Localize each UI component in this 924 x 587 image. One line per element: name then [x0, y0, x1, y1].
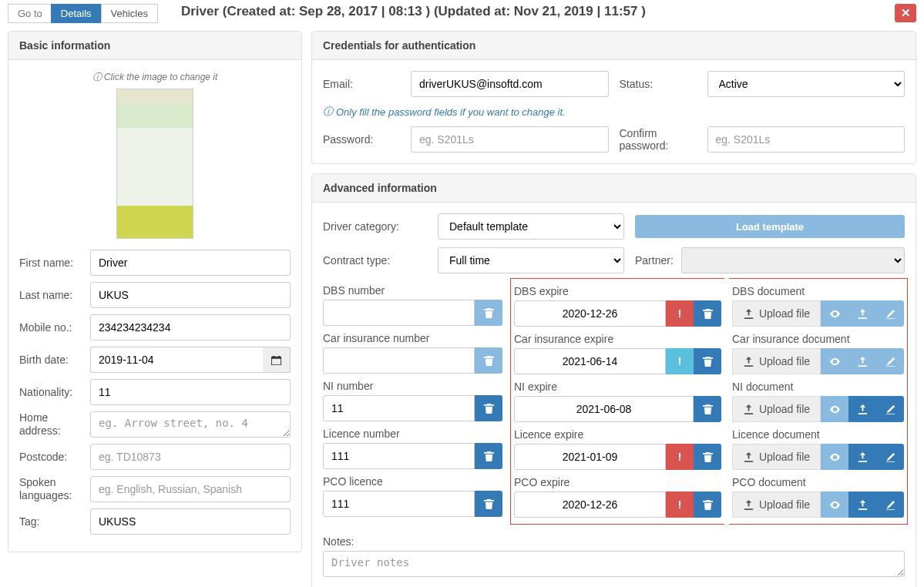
status-select[interactable]: Active: [707, 71, 906, 97]
edit-icon[interactable]: [876, 396, 904, 422]
info-icon: ⓘ: [323, 105, 333, 119]
ni-upload-button[interactable]: Upload file: [732, 396, 821, 422]
eye-icon[interactable]: [821, 444, 848, 470]
status-label: Status:: [620, 78, 697, 90]
last-name-label: Last name:: [19, 289, 90, 302]
trash-icon[interactable]: [694, 491, 721, 518]
car-upload-button[interactable]: Upload file: [732, 348, 821, 374]
lic-num-label: Licence number: [323, 428, 502, 440]
home-input[interactable]: [90, 411, 291, 438]
pco-num-label: PCO licence: [323, 475, 502, 488]
warning-icon[interactable]: !: [666, 444, 694, 470]
ni-doc-label: NI document: [732, 381, 904, 393]
panel-basic: Basic information ⓘ Click the image to c…: [8, 31, 302, 552]
pco-exp-label: PCO expire: [514, 476, 721, 488]
upload-icon[interactable]: [848, 396, 876, 422]
panel-credentials: Credentials for authentication Email: St…: [311, 31, 916, 164]
car-doc-label: Car insurance document: [732, 333, 904, 345]
warning-icon[interactable]: !: [666, 348, 694, 374]
nationality-input[interactable]: [90, 379, 291, 405]
pco-num-input[interactable]: [323, 491, 475, 517]
trash-icon[interactable]: [694, 300, 721, 327]
pco-exp-input[interactable]: [514, 491, 666, 518]
ni-num-input[interactable]: [323, 395, 475, 421]
ni-exp-input[interactable]: [514, 396, 694, 422]
contract-label: Contract type:: [323, 254, 427, 267]
tab-goto: Go to: [8, 4, 52, 23]
cat-label: Driver category:: [323, 220, 427, 233]
mobile-label: Mobile no.:: [19, 321, 90, 334]
panel-advanced: Advanced information Driver category: De…: [311, 173, 916, 587]
pco-doc-label: PCO document: [732, 476, 904, 488]
eye-icon[interactable]: [821, 396, 848, 422]
basic-heading: Basic information: [8, 32, 301, 60]
birth-label: Birth date:: [19, 354, 90, 367]
cpw-input[interactable]: [707, 126, 906, 153]
mobile-input[interactable]: [90, 314, 291, 340]
pco-upload-button[interactable]: Upload file: [732, 491, 821, 518]
birth-input[interactable]: [90, 347, 263, 373]
trash-icon[interactable]: [475, 443, 502, 469]
trash-icon[interactable]: [475, 491, 502, 517]
postcode-input[interactable]: [90, 444, 291, 470]
dbs-exp-label: DBS expire: [514, 285, 721, 297]
pw-input[interactable]: [411, 126, 609, 153]
partner-label: Partner:: [635, 254, 674, 267]
close-button[interactable]: ✕: [895, 4, 916, 22]
tab-vehicles[interactable]: Vehicles: [101, 4, 158, 23]
edit-icon[interactable]: [876, 491, 904, 518]
languages-input[interactable]: [90, 476, 291, 502]
dbs-exp-input[interactable]: [514, 300, 666, 327]
upload-icon[interactable]: [848, 348, 876, 374]
postcode-label: Postcode:: [19, 451, 90, 464]
first-name-input[interactable]: [90, 250, 291, 276]
lic-num-input[interactable]: [323, 443, 475, 469]
lic-exp-label: Licence expire: [514, 428, 721, 441]
cat-select[interactable]: Default template: [438, 213, 624, 240]
trash-icon[interactable]: [475, 300, 502, 326]
edit-icon[interactable]: [876, 444, 904, 470]
notes-input[interactable]: [323, 551, 905, 577]
lic-doc-label: Licence document: [732, 428, 904, 441]
dbs-num-input[interactable]: [323, 300, 475, 326]
trash-icon[interactable]: [475, 347, 502, 374]
ni-exp-label: NI expire: [514, 381, 721, 393]
page-title: Driver (Created at: Sep 28, 2017 | 08:13…: [181, 4, 895, 19]
car-num-input[interactable]: [323, 347, 475, 374]
languages-label: Spoken languages:: [19, 476, 90, 502]
adv-heading: Advanced information: [312, 174, 916, 203]
eye-icon[interactable]: [821, 348, 848, 374]
calendar-icon[interactable]: [263, 347, 291, 373]
upload-icon[interactable]: [848, 444, 876, 470]
warning-icon[interactable]: !: [666, 491, 694, 518]
edit-icon[interactable]: [876, 300, 904, 327]
dbs-num-label: DBS number: [323, 284, 502, 297]
contract-select[interactable]: Full time: [438, 247, 624, 273]
trash-icon[interactable]: [694, 396, 721, 422]
tab-details[interactable]: Details: [51, 4, 102, 23]
eye-icon[interactable]: [821, 300, 848, 327]
upload-icon[interactable]: [848, 491, 876, 518]
load-template-button[interactable]: Load template: [635, 215, 905, 238]
home-label: Home address:: [19, 411, 90, 438]
last-name-input[interactable]: [90, 282, 291, 308]
car-exp-label: Car insurance expire: [514, 333, 721, 345]
warning-icon[interactable]: !: [666, 300, 694, 327]
tag-input[interactable]: [90, 508, 291, 535]
pw-label: Password:: [323, 133, 400, 146]
car-exp-input[interactable]: [514, 348, 666, 374]
trash-icon[interactable]: [475, 395, 502, 421]
notes-label: Notes:: [323, 535, 905, 548]
driver-image[interactable]: [116, 89, 193, 239]
tag-label: Tag:: [19, 515, 90, 528]
trash-icon[interactable]: [694, 348, 721, 374]
lic-exp-input[interactable]: [514, 444, 666, 470]
email-input[interactable]: [411, 71, 609, 97]
eye-icon[interactable]: [821, 491, 848, 518]
edit-icon[interactable]: [876, 348, 904, 374]
lic-upload-button[interactable]: Upload file: [732, 444, 821, 470]
trash-icon[interactable]: [694, 444, 721, 470]
upload-icon[interactable]: [848, 300, 876, 327]
dbs-upload-button[interactable]: Upload file: [732, 300, 821, 327]
partner-select[interactable]: [681, 247, 905, 273]
